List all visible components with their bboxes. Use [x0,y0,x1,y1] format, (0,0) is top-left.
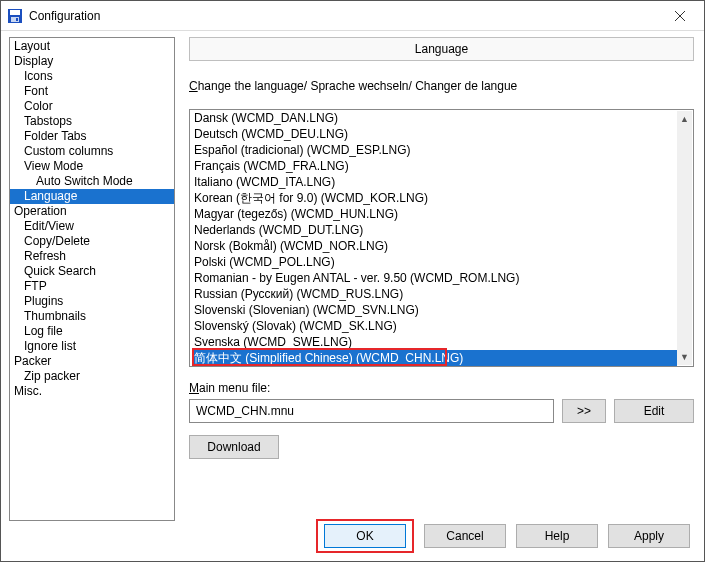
language-option[interactable]: Nederlands (WCMD_DUT.LNG) [194,222,677,238]
tree-item[interactable]: Ignore list [10,339,174,354]
tree-item[interactable]: Quick Search [10,264,174,279]
menu-file-row: >> Edit [189,399,694,423]
titlebar: Configuration [1,1,704,31]
language-option[interactable]: 简体中文 (Simplified Chinese) (WCMD_CHN.LNG) [194,350,677,366]
close-icon [675,11,685,21]
language-option[interactable]: Deutsch (WCMD_DEU.LNG) [194,126,677,142]
help-button[interactable]: Help [516,524,598,548]
tree-item[interactable]: Color [10,99,174,114]
language-listbox[interactable]: Dansk (WCMD_DAN.LNG)Deutsch (WCMD_DEU.LN… [189,109,694,367]
browse-button[interactable]: >> [562,399,606,423]
tree-item[interactable]: Auto Switch Mode [10,174,174,189]
tree-item[interactable]: Misc. [10,384,174,399]
tree-item[interactable]: Refresh [10,249,174,264]
download-button[interactable]: Download [189,435,279,459]
settings-panel: Language Change the language/ Sprache we… [175,37,694,521]
tree-item[interactable]: Plugins [10,294,174,309]
apply-button[interactable]: Apply [608,524,690,548]
tree-item[interactable]: Display [10,54,174,69]
tree-item[interactable]: Edit/View [10,219,174,234]
tree-item[interactable]: Language [10,189,174,204]
tree-item[interactable]: Thumbnails [10,309,174,324]
language-option[interactable]: Français (WCMD_FRA.LNG) [194,158,677,174]
tree-item[interactable]: Tabstops [10,114,174,129]
close-button[interactable] [660,2,700,30]
language-option[interactable]: Romanian - by Eugen ANTAL - ver. 9.50 (W… [194,270,677,286]
main-menu-label: Main menu file: [189,381,694,395]
tree-item[interactable]: Custom columns [10,144,174,159]
dialog-footer: OK Cancel Help Apply [1,521,704,557]
tree-item[interactable]: Zip packer [10,369,174,384]
annotation-highlight: OK [316,519,414,553]
language-option[interactable]: Svenska (WCMD_SWE.LNG) [194,334,677,350]
language-option[interactable]: Slovenski (Slovenian) (WCMD_SVN.LNG) [194,302,677,318]
window-title: Configuration [29,9,660,23]
tree-item[interactable]: Copy/Delete [10,234,174,249]
tree-item[interactable]: Layout [10,39,174,54]
scroll-up-icon[interactable]: ▲ [677,111,692,127]
tree-item[interactable]: FTP [10,279,174,294]
change-language-label: Change the language/ Sprache wechseln/ C… [189,79,694,93]
tree-item[interactable]: Icons [10,69,174,84]
tree-item[interactable]: Folder Tabs [10,129,174,144]
language-option[interactable]: Magyar (tegezős) (WCMD_HUN.LNG) [194,206,677,222]
cancel-button[interactable]: Cancel [424,524,506,548]
language-option[interactable]: Italiano (WCMD_ITA.LNG) [194,174,677,190]
scroll-down-icon[interactable]: ▼ [677,349,692,365]
menu-file-input[interactable] [189,399,554,423]
tree-item[interactable]: Operation [10,204,174,219]
language-option[interactable]: Polski (WCMD_POL.LNG) [194,254,677,270]
tree-item[interactable]: Font [10,84,174,99]
language-option[interactable]: Norsk (Bokmål) (WCMD_NOR.LNG) [194,238,677,254]
tree-item[interactable]: Packer [10,354,174,369]
svg-rect-3 [16,18,18,21]
scrollbar[interactable]: ▲ ▼ [677,111,692,365]
language-option[interactable]: Dansk (WCMD_DAN.LNG) [194,110,677,126]
floppy-icon [7,8,23,24]
language-option[interactable]: Russian (Русский) (WCMD_RUS.LNG) [194,286,677,302]
panel-title: Language [189,37,694,61]
language-option[interactable]: Korean (한국어 for 9.0) (WCMD_KOR.LNG) [194,190,677,206]
language-option[interactable]: Español (tradicional) (WCMD_ESP.LNG) [194,142,677,158]
category-tree[interactable]: LayoutDisplayIconsFontColorTabstopsFolde… [9,37,175,521]
ok-button[interactable]: OK [324,524,406,548]
tree-item[interactable]: Log file [10,324,174,339]
svg-rect-1 [10,10,20,15]
edit-button[interactable]: Edit [614,399,694,423]
language-option[interactable]: Slovenský (Slovak) (WCMD_SK.LNG) [194,318,677,334]
tree-item[interactable]: View Mode [10,159,174,174]
content-area: LayoutDisplayIconsFontColorTabstopsFolde… [1,31,704,521]
